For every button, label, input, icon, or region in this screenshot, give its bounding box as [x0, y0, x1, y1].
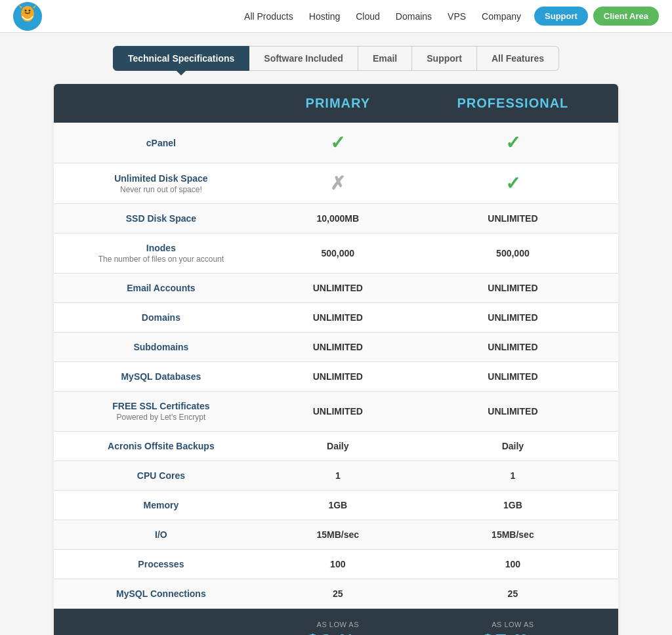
professional-value-cell: Daily [408, 432, 618, 461]
nav-all-products[interactable]: All Products [244, 11, 293, 22]
check-icon: ✓ [505, 173, 520, 194]
logo[interactable] [13, 2, 42, 31]
primary-value-cell: 10,000MB [268, 204, 408, 234]
feature-name: MySQL Databases [67, 371, 255, 382]
primary-as-low-as: AS LOW AS [282, 621, 394, 628]
primary-value-cell: UNLIMITED [268, 362, 408, 392]
feature-name: FREE SSL Certificates [67, 401, 255, 411]
support-button[interactable]: Support [534, 7, 588, 26]
feature-name: Domains [67, 312, 255, 323]
check-icon: ✓ [505, 133, 520, 153]
table-row: Unlimited Disk SpaceNever run out of spa… [54, 163, 618, 204]
primary-value-cell: 1GB [268, 491, 408, 520]
feature-cell: Acronis Offsite Backups [54, 432, 268, 461]
tab-tech-specs[interactable]: Technical Specifications [113, 46, 249, 71]
nav-vps[interactable]: VPS [448, 11, 466, 22]
comparison-table: PRIMARY PROFESSIONAL cPanel✓✓Unlimited D… [54, 84, 618, 635]
feature-cell: InodesThe number of files on your accoun… [54, 234, 268, 274]
price-primary: AS LOW AS $2.24/MO PER MONTH [268, 609, 408, 636]
feature-cell: MySQL Connections [54, 579, 268, 609]
feature-cell: CPU Cores [54, 461, 268, 491]
primary-value-cell: UNLIMITED [268, 274, 408, 303]
primary-price-main: $2.24 [306, 630, 352, 635]
feature-cell: MySQL Databases [54, 362, 268, 392]
table-row: Memory1GB1GB [54, 491, 618, 520]
tabs-container: Technical Specifications Software Includ… [54, 46, 618, 71]
table-header: PRIMARY PROFESSIONAL [54, 84, 618, 123]
primary-value-cell: ✓ [268, 123, 408, 163]
professional-value-cell: UNLIMITED [408, 362, 618, 392]
tab-support[interactable]: Support [412, 46, 477, 71]
nav-hosting[interactable]: Hosting [309, 11, 340, 22]
feature-cell: Memory [54, 491, 268, 520]
feature-cell: Unlimited Disk SpaceNever run out of spa… [54, 163, 268, 204]
feature-name: Subdomains [67, 342, 255, 352]
table-row: SubdomainsUNLIMITEDUNLIMITED [54, 333, 618, 362]
professional-value-cell: 25 [408, 579, 618, 609]
professional-value-cell: 1 [408, 461, 618, 491]
professional-value-cell: UNLIMITED [408, 274, 618, 303]
table-row: Acronis Offsite BackupsDailyDaily [54, 432, 618, 461]
primary-value-cell: 1 [268, 461, 408, 491]
feature-cell: Email Accounts [54, 274, 268, 303]
nav-menu: All Products Hosting Cloud Domains VPS C… [244, 10, 521, 22]
tab-email[interactable]: Email [358, 46, 412, 71]
feature-desc: Never run out of space! [67, 185, 255, 194]
nav-domains[interactable]: Domains [396, 11, 432, 22]
table-row: cPanel✓✓ [54, 123, 618, 163]
feature-desc: Powered by Let's Encrypt [67, 413, 255, 422]
table-row: MySQL DatabasesUNLIMITEDUNLIMITED [54, 362, 618, 392]
feature-desc: The number of files on your account [67, 255, 255, 264]
feature-cell: I/O [54, 520, 268, 550]
primary-value-cell: 100 [268, 550, 408, 579]
feature-cell: cPanel [54, 123, 268, 163]
feature-name: Processes [67, 559, 255, 569]
primary-value-cell: 15MB/sec [268, 520, 408, 550]
feature-name: cPanel [67, 138, 255, 148]
feature-cell: SSD Disk Space [54, 204, 268, 234]
feature-cell: Domains [54, 303, 268, 333]
professional-value-cell: 15MB/sec [408, 520, 618, 550]
feature-name: CPU Cores [67, 470, 255, 481]
svg-point-4 [29, 9, 31, 11]
nav-company[interactable]: Company [482, 11, 521, 22]
navbar: All Products Hosting Cloud Domains VPS C… [0, 0, 672, 33]
table-row: DomainsUNLIMITEDUNLIMITED [54, 303, 618, 333]
col-professional-header: PROFESSIONAL [408, 84, 618, 123]
feature-name: Memory [67, 500, 255, 510]
feature-name: Email Accounts [67, 283, 255, 293]
professional-price-main: $5.99 [481, 630, 527, 635]
table-row: CPU Cores11 [54, 461, 618, 491]
price-footer-feature [54, 609, 268, 636]
tab-software[interactable]: Software Included [249, 46, 358, 71]
primary-value-cell: UNLIMITED [268, 333, 408, 362]
feature-name: MySQL Connections [67, 588, 255, 599]
table-row: Processes100100 [54, 550, 618, 579]
svg-point-3 [25, 9, 27, 11]
col-feature-header [54, 84, 268, 123]
professional-value-cell: UNLIMITED [408, 392, 618, 432]
client-area-button[interactable]: Client Area [593, 7, 659, 26]
professional-value-cell: 500,000 [408, 234, 618, 274]
feature-name: Acronis Offsite Backups [67, 441, 255, 451]
table-row: FREE SSL CertificatesPowered by Let's En… [54, 392, 618, 432]
primary-value-cell: UNLIMITED [268, 392, 408, 432]
professional-value-cell: 1GB [408, 491, 618, 520]
nav-cloud[interactable]: Cloud [356, 11, 380, 22]
primary-value-cell: 500,000 [268, 234, 408, 274]
feature-cell: Subdomains [54, 333, 268, 362]
tab-all-features[interactable]: All Features [477, 46, 559, 71]
primary-value-cell: UNLIMITED [268, 303, 408, 333]
primary-value-cell: ✗ [268, 163, 408, 204]
feature-name: Inodes [67, 243, 255, 253]
logo-icon [13, 2, 42, 31]
price-professional: AS LOW AS $5.99/MO PER MONTH [408, 609, 618, 636]
feature-name: Unlimited Disk Space [67, 173, 255, 184]
feature-name: SSD Disk Space [67, 213, 255, 224]
feature-name: I/O [67, 529, 255, 540]
price-footer-row: AS LOW AS $2.24/MO PER MONTH AS LOW AS $… [54, 609, 618, 636]
feature-cell: FREE SSL CertificatesPowered by Let's En… [54, 392, 268, 432]
primary-value-cell: 25 [268, 579, 408, 609]
page-content: Technical Specifications Software Includ… [41, 33, 631, 635]
table-row: InodesThe number of files on your accoun… [54, 234, 618, 274]
